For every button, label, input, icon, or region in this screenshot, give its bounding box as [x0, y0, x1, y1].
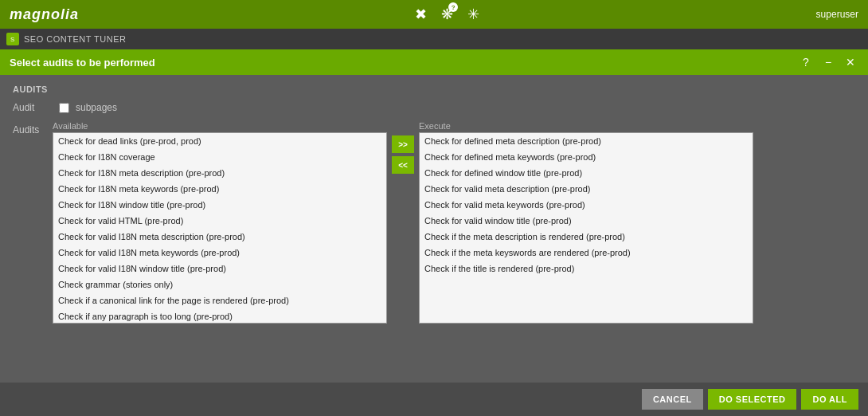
pulse-icon[interactable]: ❋ ? [441, 6, 453, 23]
lists-container: Available Check for dead links (pre-prod… [53, 121, 855, 324]
list-item[interactable]: Check if any paragraph is too long (pre-… [53, 308, 386, 324]
list-item[interactable]: Check for valid meta description (pre-pr… [420, 181, 753, 197]
list-item[interactable]: Check for dead links (pre-prod, prod) [53, 133, 386, 149]
dialog-footer: CANCEL DO SELECTED DO ALL [0, 383, 868, 416]
dialog-content: AUDITS Audit subpages Audits Available C… [0, 75, 868, 383]
list-item[interactable]: Check for defined window title (pre-prod… [420, 165, 753, 181]
dialog-header-actions: ? − ✕ [798, 54, 858, 70]
list-item[interactable]: Check for valid meta keywords (pre-prod) [420, 197, 753, 213]
list-item[interactable]: Check for I18N meta description (pre-pro… [53, 165, 386, 181]
current-user: superuser [816, 9, 858, 20]
list-item[interactable]: Check if the title is rendered (pre-prod… [420, 261, 753, 277]
topbar: magnolia ✖ ❋ ? ✳ superuser [0, 0, 868, 29]
app-title: SEO CONTENT TUNER [24, 34, 127, 44]
help-button[interactable]: ? [798, 54, 814, 70]
transfer-left-button[interactable]: << [392, 156, 414, 174]
available-list[interactable]: Check for dead links (pre-prod, prod)Che… [53, 132, 387, 324]
topbar-icons: ✖ ❋ ? ✳ [415, 6, 479, 23]
subpages-label: subpages [76, 102, 117, 113]
list-item[interactable]: Check for I18N coverage [53, 149, 386, 165]
list-item[interactable]: Check for valid I18N window title (pre-p… [53, 261, 386, 277]
appbar: S SEO CONTENT TUNER [0, 29, 868, 49]
list-item[interactable]: Check for valid I18N meta keywords (pre-… [53, 245, 386, 261]
do-selected-button[interactable]: DO SELECTED [708, 389, 797, 410]
dialog-container: Select audits to be performed ? − ✕ AUDI… [0, 49, 868, 416]
subpages-checkbox[interactable] [59, 103, 69, 113]
list-item[interactable]: Check for I18N meta keywords (pre-prod) [53, 181, 386, 197]
list-item[interactable]: Check for valid HTML (pre-prod) [53, 213, 386, 229]
audit-label: Audit [13, 102, 53, 113]
logo: magnolia [10, 6, 79, 23]
transfer-right-button[interactable]: >> [392, 135, 414, 153]
list-item[interactable]: Check if the meta description is rendere… [420, 229, 753, 245]
list-item[interactable]: Check for defined meta keywords (pre-pro… [420, 149, 753, 165]
tools-icon[interactable]: ✖ [415, 6, 427, 23]
do-all-button[interactable]: DO ALL [801, 389, 858, 410]
execute-list[interactable]: Check for defined meta description (pre-… [419, 132, 753, 324]
audits-section: Audits Available Check for dead links (p… [13, 121, 855, 324]
execute-panel: Execute Check for defined meta descripti… [419, 121, 753, 324]
available-header: Available [53, 121, 387, 131]
list-item[interactable]: Check for valid I18N meta description (p… [53, 229, 386, 245]
asterisk-icon[interactable]: ✳ [467, 6, 479, 23]
pulse-badge: ? [448, 2, 458, 12]
list-item[interactable]: Check if a canonical link for the page i… [53, 292, 386, 308]
list-item[interactable]: Check for valid window title (pre-prod) [420, 213, 753, 229]
cancel-button[interactable]: CANCEL [642, 389, 703, 410]
execute-header: Execute [419, 121, 753, 131]
dialog-title: Select audits to be performed [10, 57, 155, 69]
list-item[interactable]: Check for defined meta description (pre-… [420, 133, 753, 149]
audits-section-title: AUDITS [13, 84, 855, 94]
list-item[interactable]: Check grammar (stories only) [53, 277, 386, 292]
available-panel: Available Check for dead links (pre-prod… [53, 121, 387, 324]
list-item[interactable]: Check if the meta keyswords are rendered… [420, 245, 753, 261]
audit-row: Audit subpages [13, 102, 855, 113]
seo-app-icon: S [6, 33, 19, 45]
dialog-header: Select audits to be performed ? − ✕ [0, 49, 868, 75]
close-button[interactable]: ✕ [843, 54, 858, 70]
minimize-button[interactable]: − [820, 54, 836, 70]
svg-text:S: S [10, 36, 14, 43]
list-item[interactable]: Check for I18N window title (pre-prod) [53, 197, 386, 213]
transfer-buttons: >> << [387, 135, 419, 174]
audits-label: Audits [13, 121, 53, 135]
